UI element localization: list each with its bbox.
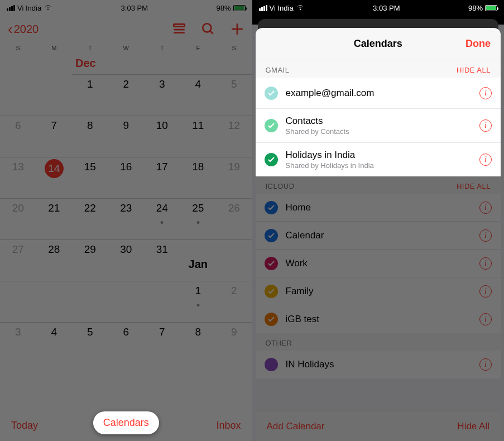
day-today[interactable]: 14	[36, 157, 73, 198]
svg-point-3	[203, 23, 211, 32]
day[interactable]: 20	[0, 198, 36, 239]
calendar-item-calendar[interactable]: Calendar i	[256, 222, 501, 250]
day[interactable]: 10	[144, 116, 180, 157]
info-icon[interactable]: i	[479, 87, 492, 99]
check-icon	[265, 87, 278, 100]
svg-rect-0	[174, 24, 185, 26]
calendar-item-igbtest[interactable]: iGB test i	[256, 305, 501, 333]
day[interactable]: 7	[144, 322, 180, 363]
calendar-item-gmail[interactable]: example@gmail.com i	[256, 78, 501, 109]
day[interactable]: 8	[180, 322, 217, 363]
carrier-label: Vi India	[270, 4, 294, 12]
inbox-button[interactable]: Inbox	[216, 420, 241, 432]
info-icon[interactable]: i	[479, 313, 492, 325]
day[interactable]: 3	[0, 322, 36, 363]
day[interactable]: 22	[72, 198, 108, 239]
day[interactable]: 5	[216, 74, 252, 116]
info-icon[interactable]: i	[479, 358, 492, 371]
info-icon[interactable]: i	[479, 229, 492, 242]
svg-line-4	[210, 31, 213, 33]
calendar-item-work[interactable]: Work i	[256, 250, 501, 277]
day[interactable]: 26	[216, 198, 252, 239]
search-icon[interactable]	[201, 22, 215, 36]
hide-all-button[interactable]: Hide All	[457, 421, 489, 432]
day[interactable]: 9	[216, 322, 252, 363]
section-label-gmail: GMAIL	[266, 66, 290, 74]
day[interactable]: 15	[72, 157, 108, 198]
day[interactable]: 3	[144, 74, 180, 116]
day[interactable]: 25	[180, 198, 217, 239]
info-icon[interactable]: i	[479, 202, 492, 214]
wifi-icon	[44, 4, 52, 12]
signal-icon	[7, 5, 15, 11]
day[interactable]: 19	[216, 157, 252, 198]
day[interactable]: 23	[108, 198, 145, 239]
day[interactable]: 13	[0, 157, 36, 198]
day[interactable]: 24	[144, 198, 180, 239]
sheet-title: Calendars	[354, 38, 402, 50]
calendars-button[interactable]: Calendars	[93, 411, 159, 434]
check-icon	[265, 313, 278, 326]
calendar-item-home[interactable]: Home i	[256, 194, 501, 222]
list-view-icon[interactable]	[172, 22, 186, 36]
status-bar: Vi India 3:03 PM 98%	[0, 0, 252, 16]
day[interactable]: 4	[36, 322, 73, 363]
back-button[interactable]: ‹ 2020	[8, 22, 39, 36]
calendar-subtitle: Shared by Holidays in India	[286, 161, 480, 170]
calendar-name: Home	[286, 202, 480, 213]
info-icon[interactable]: i	[479, 154, 492, 166]
day[interactable]: 29	[72, 239, 108, 281]
add-calendar-button[interactable]: Add Calendar	[267, 421, 325, 432]
day[interactable]: 6	[0, 116, 36, 157]
hide-all-icloud[interactable]: HIDE ALL	[457, 182, 491, 190]
day[interactable]: 18	[180, 157, 217, 198]
day[interactable]: 30	[108, 239, 145, 281]
info-icon[interactable]: i	[479, 257, 492, 270]
calendar-item-contacts[interactable]: Contacts Shared by Contacts i	[256, 109, 501, 143]
icloud-section: ICLOUD HIDE ALL Home i Calendar i Work i…	[256, 176, 501, 378]
check-icon	[265, 358, 278, 371]
calendars-sheet-screen: Vi India 3:03 PM 98% Calendars Done GMAI…	[252, 0, 505, 441]
hide-all-gmail[interactable]: HIDE ALL	[457, 66, 491, 74]
day[interactable]: 6	[108, 322, 145, 363]
day[interactable]: 2	[216, 281, 252, 322]
day[interactable]: 1	[72, 74, 108, 116]
sheet-header: Calendars Done	[256, 28, 501, 60]
day[interactable]: 27	[0, 239, 36, 281]
weekday: T	[144, 42, 180, 54]
day[interactable]: 12	[216, 116, 252, 157]
today-button[interactable]: Today	[11, 420, 38, 432]
day[interactable]: 9	[108, 116, 145, 157]
day[interactable]: 4	[180, 74, 217, 116]
calendar-name: IN Holidays	[286, 359, 480, 370]
calendar-grid-dec: 1 2 3 4 5 6 7 8 9 10 11 12 13 14 15 16 1…	[0, 74, 252, 363]
day[interactable]: 28	[36, 239, 73, 281]
day[interactable]: 7	[36, 116, 73, 157]
weekday: S	[0, 42, 36, 54]
check-icon	[265, 229, 278, 242]
day[interactable]: 8	[72, 116, 108, 157]
calendar-item-family[interactable]: Family i	[256, 277, 501, 305]
calendar-item-holidays[interactable]: Holidays in India Shared by Holidays in …	[256, 143, 501, 176]
battery-icon	[485, 5, 497, 11]
info-icon[interactable]: i	[479, 285, 492, 298]
day[interactable]: 31	[144, 239, 180, 281]
weekday-header: S M T W T F S	[0, 42, 252, 54]
status-bar: Vi India 3:03 PM 98%	[252, 0, 505, 16]
time-label: 3:03 PM	[121, 4, 148, 12]
day[interactable]: 2	[108, 74, 145, 116]
day[interactable]: 17	[144, 157, 180, 198]
calendar-item-inholidays[interactable]: IN Holidays i	[256, 351, 501, 378]
check-icon	[265, 257, 278, 270]
add-icon[interactable]	[230, 22, 244, 36]
day[interactable]: 21	[36, 198, 73, 239]
day[interactable]: 5	[72, 322, 108, 363]
info-icon[interactable]: i	[479, 119, 492, 132]
gmail-section: GMAIL HIDE ALL example@gmail.com i Conta…	[256, 60, 501, 176]
section-label-other: OTHER	[266, 339, 292, 347]
weekday: M	[36, 42, 73, 54]
day[interactable]: 11	[180, 116, 217, 157]
day[interactable]: 1	[180, 281, 217, 322]
done-button[interactable]: Done	[465, 38, 491, 50]
day[interactable]: 16	[108, 157, 145, 198]
